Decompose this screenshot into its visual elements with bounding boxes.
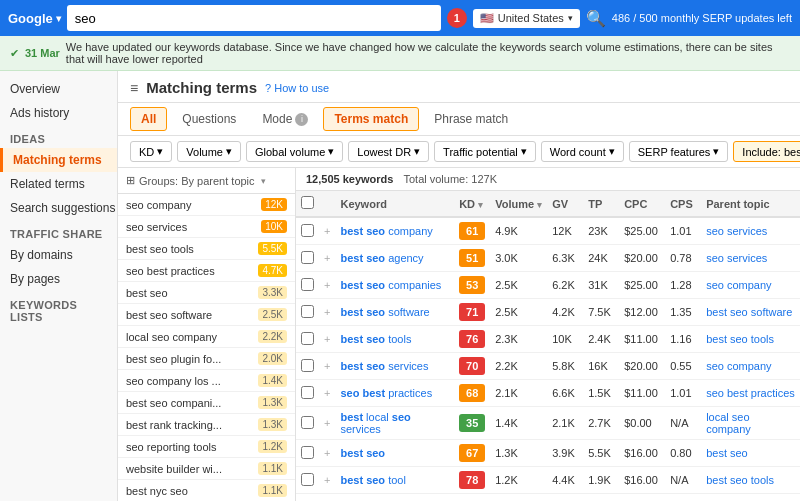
col-kd[interactable]: KD ▾: [454, 191, 490, 217]
row-checkbox[interactable]: [301, 416, 314, 429]
volume-filter[interactable]: Volume ▾: [177, 141, 241, 162]
keyword-link[interactable]: best seo: [340, 447, 385, 459]
keyword-link[interactable]: best seo company: [340, 225, 432, 237]
search-icon[interactable]: 🔍: [586, 9, 606, 28]
group-item[interactable]: seo reporting tools1.2K: [118, 436, 295, 458]
tab-questions[interactable]: Questions: [171, 107, 247, 131]
notification-badge: 1: [447, 8, 467, 28]
row-checkbox[interactable]: [301, 332, 314, 345]
sidebar-item-related-terms[interactable]: Related terms: [0, 172, 117, 196]
row-checkbox[interactable]: [301, 386, 314, 399]
keyword-link[interactable]: best seo tools: [340, 333, 411, 345]
groups-icon: ⊞: [126, 174, 135, 187]
search-input[interactable]: [67, 5, 441, 31]
tab-phrase-match[interactable]: Phrase match: [423, 107, 519, 131]
row-plus-cell[interactable]: +: [319, 217, 335, 245]
parent-topic-link[interactable]: seo company: [706, 279, 771, 291]
table-row: + best seo software 71 2.5K 4.2K 7.5K $1…: [296, 299, 800, 326]
row-checkbox[interactable]: [301, 359, 314, 372]
row-parent-cell: seo services: [701, 217, 800, 245]
parent-topic-link[interactable]: seo services: [706, 225, 767, 237]
lowest-dr-filter[interactable]: Lowest DR ▾: [348, 141, 429, 162]
region-selector[interactable]: 🇺🇸 United States ▾: [473, 9, 580, 28]
traffic-potential-filter[interactable]: Traffic potential ▾: [434, 141, 536, 162]
sidebar-item-overview[interactable]: Overview: [0, 77, 117, 101]
flag-icon: 🇺🇸: [480, 12, 494, 25]
row-volume-cell: 4.9K: [490, 217, 547, 245]
parent-topic-link[interactable]: local seo company: [706, 411, 751, 435]
group-item[interactable]: website builder wi...1.1K: [118, 458, 295, 480]
groups-arrow[interactable]: ▾: [261, 176, 266, 186]
sidebar-item-by-domains[interactable]: By domains: [0, 243, 117, 267]
row-checkbox[interactable]: [301, 305, 314, 318]
row-gv-cell: 10K: [547, 326, 583, 353]
sidebar-item-ads-history[interactable]: Ads history: [0, 101, 117, 125]
group-label: best seo: [126, 287, 254, 299]
row-plus-cell[interactable]: +: [319, 380, 335, 407]
group-item[interactable]: best seo software2.5K: [118, 304, 295, 326]
row-plus-cell[interactable]: +: [319, 407, 335, 440]
kd-filter[interactable]: KD ▾: [130, 141, 172, 162]
serp-features-filter[interactable]: SERP features ▾: [629, 141, 729, 162]
keyword-link[interactable]: best seo tool: [340, 474, 405, 486]
col-gv: GV: [547, 191, 583, 217]
parent-topic-link[interactable]: best seo tools: [706, 333, 774, 345]
row-checkbox[interactable]: [301, 278, 314, 291]
group-item[interactable]: best seo3.3K: [118, 282, 295, 304]
include-filter[interactable]: Include: best ✕: [733, 141, 800, 162]
group-item[interactable]: best rank tracking...1.3K: [118, 414, 295, 436]
sidebar-item-search-suggestions[interactable]: Search suggestions: [0, 196, 117, 220]
parent-topic-link[interactable]: seo services: [706, 252, 767, 264]
group-item[interactable]: best seo plugin fo...2.0K: [118, 348, 295, 370]
how-to-use-link[interactable]: ? How to use: [265, 82, 329, 94]
row-kd-cell: 51: [454, 245, 490, 272]
row-kd-cell: 70: [454, 353, 490, 380]
row-plus-cell[interactable]: +: [319, 272, 335, 299]
tab-terms-match[interactable]: Terms match: [323, 107, 419, 131]
row-plus-cell[interactable]: +: [319, 440, 335, 467]
row-plus-cell[interactable]: +: [319, 245, 335, 272]
tab-mode[interactable]: Mode i: [251, 107, 319, 131]
parent-topic-link[interactable]: seo company: [706, 360, 771, 372]
parent-topic-link[interactable]: best seo: [706, 447, 748, 459]
row-checkbox[interactable]: [301, 446, 314, 459]
col-volume[interactable]: Volume ▾: [490, 191, 547, 217]
mode-info-icon[interactable]: i: [295, 113, 308, 126]
group-item[interactable]: seo services10K: [118, 216, 295, 238]
keyword-link[interactable]: best seo services: [340, 360, 428, 372]
keyword-link[interactable]: best seo software: [340, 306, 429, 318]
tab-all[interactable]: All: [130, 107, 167, 131]
sidebar-item-matching-terms[interactable]: Matching terms: [0, 148, 117, 172]
sidebar-item-by-pages[interactable]: By pages: [0, 267, 117, 291]
group-item[interactable]: best seo compani...1.3K: [118, 392, 295, 414]
parent-topic-link[interactable]: best seo tools: [706, 474, 774, 486]
row-plus-cell[interactable]: +: [319, 299, 335, 326]
row-cpc-cell: $11.00: [619, 326, 665, 353]
row-checkbox[interactable]: [301, 224, 314, 237]
word-count-filter[interactable]: Word count ▾: [541, 141, 624, 162]
group-item[interactable]: seo best practices4.7K: [118, 260, 295, 282]
row-tp-cell: 2.4K: [583, 326, 619, 353]
row-kd-cell: 53: [454, 272, 490, 299]
menu-icon[interactable]: ≡: [130, 80, 138, 96]
global-volume-filter[interactable]: Global volume ▾: [246, 141, 343, 162]
parent-topic-link[interactable]: seo best practices: [706, 387, 795, 399]
group-item[interactable]: best seo tools5.5K: [118, 238, 295, 260]
group-item[interactable]: local seo company2.2K: [118, 326, 295, 348]
row-plus-cell[interactable]: +: [319, 353, 335, 380]
keyword-link[interactable]: best seo agency: [340, 252, 423, 264]
keyword-link[interactable]: best seo companies: [340, 279, 441, 291]
dropdown-arrow[interactable]: ▾: [56, 13, 61, 24]
select-all-checkbox[interactable]: [301, 196, 314, 209]
keyword-link[interactable]: seo best practices: [340, 387, 432, 399]
group-item[interactable]: seo company12K: [118, 194, 295, 216]
keyword-link[interactable]: best local seo services: [340, 411, 410, 435]
row-checkbox[interactable]: [301, 473, 314, 486]
group-badge: 5.5K: [258, 242, 287, 255]
row-plus-cell[interactable]: +: [319, 467, 335, 494]
parent-topic-link[interactable]: best seo software: [706, 306, 792, 318]
group-item[interactable]: best nyc seo1.1K: [118, 480, 295, 501]
row-plus-cell[interactable]: +: [319, 326, 335, 353]
row-checkbox[interactable]: [301, 251, 314, 264]
group-item[interactable]: seo company los ...1.4K: [118, 370, 295, 392]
